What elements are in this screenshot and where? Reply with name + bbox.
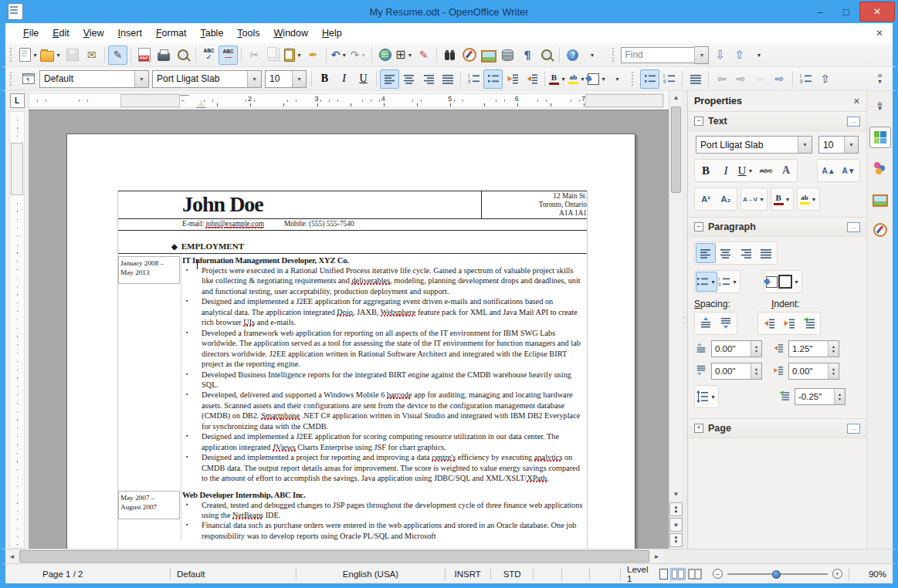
underline-button[interactable]: U <box>354 69 373 89</box>
menu-item[interactable]: Table <box>193 25 230 42</box>
resume-bullet-item[interactable]: ▪ Created, tested and debugged changes t… <box>182 500 587 521</box>
multi-page-view-button[interactable] <box>670 568 686 580</box>
edit-file-button[interactable]: ✎ <box>108 46 127 65</box>
status-insert-mode[interactable]: INSRT <box>446 568 491 580</box>
gallery-button[interactable] <box>479 46 498 65</box>
style-combo-arrow[interactable]: ▾ <box>134 71 148 87</box>
tab-navigator[interactable] <box>869 219 891 241</box>
scroll-up-button[interactable]: ▲ <box>669 91 683 104</box>
copy-button[interactable] <box>264 46 283 65</box>
cut-button[interactable]: ✂ <box>245 46 264 65</box>
spelling-button[interactable]: ABC✓ <box>199 46 219 65</box>
tab-styles-formatting[interactable] <box>869 157 891 179</box>
decrease-spacing-button[interactable] <box>716 313 736 333</box>
spin-buttons[interactable]: ▲▼ <box>751 363 761 379</box>
find-overflow-button[interactable]: ▾ <box>749 46 768 65</box>
text-section-header[interactable]: − Text … <box>688 111 866 131</box>
email-button[interactable]: ✉ <box>82 46 101 65</box>
resume-bullet-item[interactable]: ▪ Designed and implemented a J2EE applic… <box>182 296 587 327</box>
resume-address[interactable]: 12 Main St.Toronto, OntarioA1A 1A1 <box>481 191 588 218</box>
promote-level-button[interactable]: ⇦ <box>712 69 731 89</box>
new-document-button[interactable]: ▾ <box>19 46 39 65</box>
spin-buttons[interactable]: ▲▼ <box>751 341 761 357</box>
scroll-right-button[interactable]: ► <box>650 550 663 563</box>
tab-properties[interactable] <box>869 127 891 148</box>
find-toolbar-grip[interactable] <box>612 48 617 62</box>
collapse-icon[interactable]: − <box>694 117 703 126</box>
next-page-button[interactable]: ▼▼ <box>669 533 683 547</box>
underline-dropdown-arrow[interactable]: ▾ <box>747 167 754 174</box>
after-text-indent-field[interactable]: 0.00" ▲▼ <box>788 363 839 380</box>
table-dropdown-arrow[interactable]: ▾ <box>406 52 413 59</box>
sb-background-color-button[interactable]: ▾ <box>765 272 801 292</box>
resume-bullet-item[interactable]: ▪ Financial data such as purchase orders… <box>182 520 587 541</box>
toolbar-grip[interactable] <box>10 48 15 62</box>
previous-page-button[interactable]: ▲▲ <box>669 502 683 516</box>
subscript-button[interactable]: A₂ <box>716 189 736 209</box>
spin-buttons[interactable]: ▲▼ <box>828 363 839 379</box>
hyperlink-button[interactable] <box>375 46 395 65</box>
switch-indent-button[interactable] <box>799 313 819 333</box>
print-button[interactable] <box>154 46 173 65</box>
font-color-arrow[interactable]: ▾ <box>560 76 567 83</box>
redo-dropdown-arrow[interactable]: ▾ <box>360 52 367 59</box>
zoom-button[interactable] <box>537 46 556 65</box>
spin-buttons[interactable]: ▲▼ <box>828 341 839 357</box>
paragraph-style-combo[interactable]: Default ▾ <box>39 70 149 88</box>
sb-increase-indent-button[interactable] <box>759 313 779 333</box>
menu-item[interactable]: File <box>16 25 46 42</box>
resume-bullet-item[interactable]: ▪ Projects were executed in a Rational U… <box>182 265 587 296</box>
sb-font-color-button[interactable]: B▾ <box>772 189 792 209</box>
open-button[interactable]: ▾ <box>39 46 63 65</box>
paragraph-section-header[interactable]: − Paragraph … <box>688 217 866 237</box>
demote-level-button[interactable]: ⇨ <box>731 69 751 89</box>
sb-align-right-button[interactable] <box>736 243 756 263</box>
employment-heading-row[interactable]: ◆ EMPLOYMENT <box>118 231 587 254</box>
find-input[interactable] <box>621 47 694 63</box>
book-view-button[interactable] <box>688 569 702 580</box>
bn-bullet-list-button[interactable] <box>640 69 659 89</box>
resume-bullet-item[interactable]: ▪ Designed and implemented a project for… <box>182 452 587 483</box>
open-dropdown-arrow[interactable]: ▾ <box>55 52 62 59</box>
draw-functions-button[interactable]: ✎ <box>414 46 433 65</box>
font-color-button[interactable]: B▾ <box>548 69 568 89</box>
zoom-in-button[interactable]: + <box>832 569 842 579</box>
save-button[interactable] <box>63 46 82 65</box>
vertical-ruler[interactable] <box>9 111 25 549</box>
single-page-view-button[interactable] <box>659 569 668 580</box>
sb-bullet-list-button[interactable]: ▾ <box>696 272 717 292</box>
job-entry[interactable]: May 2007 – August 2007 Web Developer Int… <box>118 488 587 542</box>
zoom-slider-thumb[interactable] <box>772 570 781 579</box>
help-button[interactable]: ? <box>563 46 582 65</box>
menu-item[interactable]: Window <box>267 25 315 42</box>
minimize-button[interactable]: – <box>807 2 833 21</box>
collapse-icon[interactable]: − <box>694 222 703 231</box>
shrink-font-button[interactable]: A▼ <box>839 161 859 181</box>
restart-numbering-button[interactable] <box>796 69 815 89</box>
above-paragraph-spacing-field[interactable]: 0.00" ▲▼ <box>711 340 762 357</box>
toolbar-overflow-button[interactable]: ▾ <box>582 46 601 65</box>
undo-button[interactable]: ↶▾ <box>330 46 349 65</box>
autospellcheck-button[interactable]: ABC~~~ <box>219 46 238 65</box>
sidebar-font-size-combo[interactable]: 10 ▾ <box>818 136 859 154</box>
status-selection-mode[interactable]: STD <box>491 568 534 580</box>
sb-bold-button[interactable]: B <box>696 161 716 181</box>
resume-bullet-item[interactable]: ▪ Developed a framework web application … <box>182 328 587 370</box>
paste-dropdown-arrow[interactable]: ▾ <box>296 52 303 59</box>
page-more-options-icon[interactable]: … <box>847 424 860 434</box>
line-spacing-button[interactable]: ▾ <box>696 387 717 407</box>
paste-button[interactable]: ▾ <box>283 46 303 65</box>
menu-item[interactable]: Edit <box>46 25 76 42</box>
new-dropdown-arrow[interactable]: ▾ <box>32 52 39 59</box>
bullets-toolbar-grip[interactable] <box>632 72 636 86</box>
resume-name[interactable]: John Doe <box>182 192 263 217</box>
data-sources-button[interactable] <box>498 46 517 65</box>
paragraph-more-options-icon[interactable]: … <box>847 222 860 232</box>
close-document-icon[interactable]: ✕ <box>876 28 883 39</box>
job-title[interactable]: Web Developer Internship, ABC Inc. <box>182 490 587 500</box>
navigator-button[interactable] <box>459 46 479 65</box>
sb-align-justify-button[interactable] <box>756 243 776 263</box>
spin-buttons[interactable]: ▲▼ <box>834 389 845 404</box>
bullet-list-button[interactable] <box>483 69 503 89</box>
menu-item[interactable]: View <box>76 25 111 42</box>
